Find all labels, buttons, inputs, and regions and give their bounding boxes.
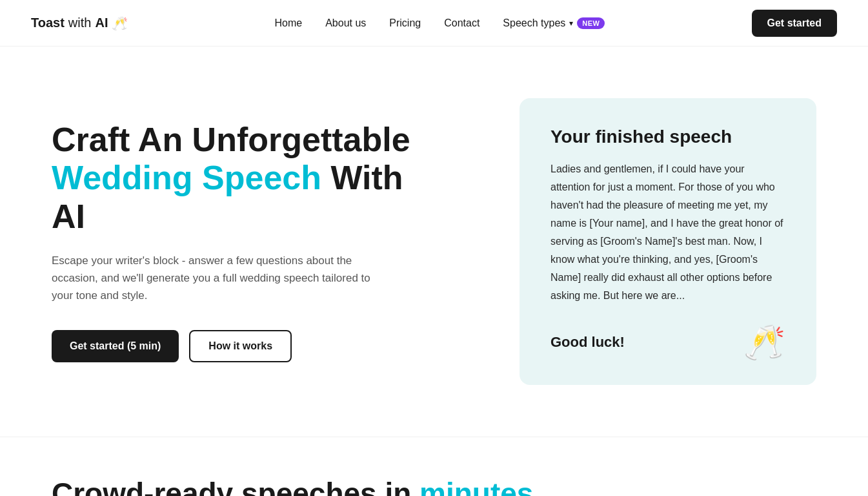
nav-speech-types-link[interactable]: Speech types: [503, 17, 565, 29]
nav-home[interactable]: Home: [274, 17, 302, 28]
crowd-section: Crowd-ready speeches in minutes Toastwit…: [0, 437, 868, 496]
hero-title: Craft An Unforgettable Wedding Speech Wi…: [52, 121, 413, 236]
nav-speech-types[interactable]: Speech types ▾ NEW: [503, 17, 605, 29]
hero-title-highlight: Wedding Speech: [52, 159, 321, 196]
navbar: ToastwithAI 🥂 Home About us Pricing Cont…: [0, 0, 868, 46]
hero-left: Craft An Unforgettable Wedding Speech Wi…: [52, 121, 413, 363]
nav-pricing[interactable]: Pricing: [389, 17, 421, 28]
nav-get-started-button[interactable]: Get started: [752, 10, 837, 37]
crowd-title-part1: Crowd-ready speeches in: [52, 477, 411, 496]
speech-card-goodbye: Good luck!: [550, 334, 625, 351]
new-badge: NEW: [577, 17, 605, 29]
brand-name-ai: AI: [95, 16, 108, 30]
speech-card-footer: Good luck! 🥂: [550, 326, 785, 359]
crowd-title-highlight: minutes: [419, 477, 533, 496]
speech-card-title: Your finished speech: [550, 127, 785, 147]
hero-section: Craft An Unforgettable Wedding Speech Wi…: [0, 46, 868, 437]
speech-card: Your finished speech Ladies and gentleme…: [520, 98, 816, 385]
speech-card-body: Ladies and gentlemen, if I could have yo…: [550, 160, 785, 305]
hero-get-started-button[interactable]: Get started (5 min): [52, 330, 179, 362]
crowd-section-title: Crowd-ready speeches in minutes: [52, 476, 816, 496]
brand-name-with: with: [68, 16, 92, 30]
nav-about-us[interactable]: About us: [325, 17, 366, 28]
hero-title-line1: Craft An Unforgettable: [52, 121, 410, 158]
hero-buttons: Get started (5 min) How it works: [52, 330, 413, 362]
hero-right: Your finished speech Ladies and gentleme…: [520, 98, 816, 385]
hero-subtitle: Escape your writer's block - answer a fe…: [52, 252, 374, 305]
nav-links: Home About us Pricing Contact Speech typ…: [274, 17, 605, 29]
toast-glasses-emoji: 🥂: [743, 326, 785, 359]
hero-how-it-works-button[interactable]: How it works: [189, 330, 292, 362]
chevron-down-icon: ▾: [569, 19, 573, 28]
nav-contact[interactable]: Contact: [444, 17, 479, 28]
brand-emoji: 🥂: [112, 16, 128, 31]
brand-logo[interactable]: ToastwithAI 🥂: [31, 16, 128, 31]
brand-name-toast: Toast: [31, 16, 65, 30]
